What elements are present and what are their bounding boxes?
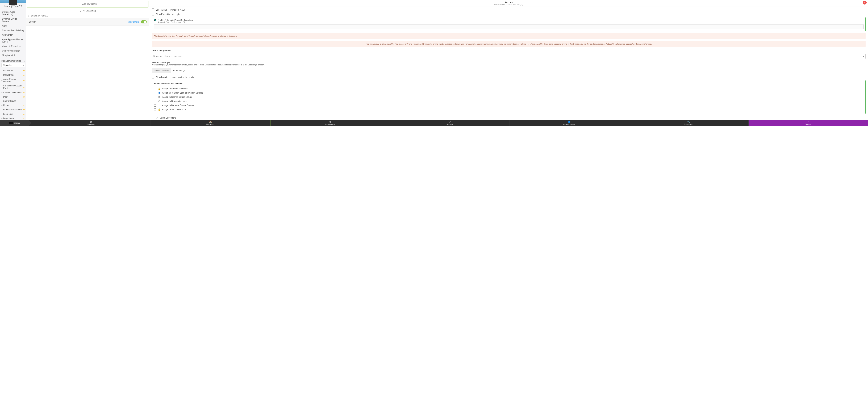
nav-item-dashboard[interactable]: 🗑Dashboard: [31, 120, 151, 126]
captive-login-checkbox[interactable]: [152, 13, 154, 15]
add-new-profile-button[interactable]: ＋ Add new profile: [27, 1, 148, 7]
star-icon[interactable]: ★: [23, 108, 25, 111]
star-icon[interactable]: ★: [23, 95, 25, 98]
assign-row[interactable]: 🔒Assign to Security Groups: [154, 107, 863, 112]
profile-assignment-select[interactable]: Select specific users or devices ▾: [152, 54, 866, 59]
enable-auto-label: Enable Automatic Proxy Configuration: [158, 19, 193, 21]
mgmt-profile-label: Apple Remote Desktop: [3, 78, 23, 83]
assign-row[interactable]: ▢Assign to Devices in Limbo: [154, 99, 863, 103]
enable-auto-checkbox-row[interactable]: Enable Automatic Proxy Configuration: [154, 19, 864, 21]
nav-os-label: macOS: [14, 122, 20, 124]
plus-icon: +: [1, 117, 2, 119]
mgmt-profile-label: Dock: [3, 96, 8, 98]
bottom-nav: macOS▼ 🗑Dashboard🏫My School⚙Management🛡S…: [0, 120, 868, 126]
detail-title: Proxies: [149, 1, 868, 4]
mgmt-profile-item[interactable]: +Dock★: [0, 95, 26, 99]
allow-leaders-checkbox[interactable]: [152, 76, 154, 78]
mgmt-profile-item[interactable]: +Certificates / Custom Profiles★: [0, 84, 26, 90]
mgmt-profile-label: Install PKG: [3, 74, 13, 76]
nav-item-preferences[interactable]: 🔧Preferences: [629, 120, 748, 126]
assign-row[interactable]: 🔒Assign to Student's devices: [154, 87, 863, 91]
mgmt-profile-item[interactable]: +Apple Remote Desktop★: [0, 77, 26, 84]
nav-item-security[interactable]: 🛡Security: [390, 120, 509, 126]
sidebar-link[interactable]: Absent & Exceptions: [0, 44, 26, 49]
plus-icon: +: [1, 109, 2, 111]
captive-login-label: Allow Proxy Captive Login: [156, 13, 180, 15]
assign-checkbox[interactable]: [154, 104, 156, 106]
sidebar-link[interactable]: Devices (Bulk Operations): [0, 10, 26, 17]
star-icon[interactable]: ★: [23, 79, 25, 82]
mgmt-profile-item[interactable]: Energy Saver: [0, 99, 26, 103]
assign-type-icon: 🔒: [158, 108, 160, 111]
nav-os-selector[interactable]: macOS▼: [0, 120, 31, 126]
nav-icon: 🗑: [90, 121, 92, 123]
profile-list-row[interactable]: Securly View details: [26, 18, 149, 26]
assign-checkbox[interactable]: [154, 88, 156, 90]
nav-icon: 👥: [568, 121, 570, 123]
all-locations-filter[interactable]: All Location(s): [26, 8, 149, 13]
auto-config-url-label: Automatic Proxy Configuration URL: [158, 21, 864, 23]
sidebar-link[interactable]: Alerts: [0, 24, 26, 28]
sidebar-link[interactable]: App Center: [0, 33, 26, 37]
search-input[interactable]: [31, 14, 147, 17]
nav-item-support[interactable]: ✦Support: [749, 120, 868, 126]
allow-leaders-checkbox-row[interactable]: Allow Location Leaders to view this prof…: [152, 76, 866, 78]
all-locations-label: All Location(s): [83, 9, 96, 12]
profile-filter-dropdown[interactable]: All profiles ▾: [1, 63, 25, 67]
exclusive-profile-callout: This profile is an exclusive profile. Th…: [152, 41, 866, 47]
star-icon[interactable]: ★: [23, 104, 25, 106]
assign-row[interactable]: ▥Assign to Shared Device Groups: [154, 95, 863, 99]
close-button[interactable]: ✕: [863, 1, 867, 4]
plus-icon: +: [1, 86, 2, 88]
nav-item-my-school[interactable]: 🏫My School: [151, 120, 270, 126]
sidebar-link[interactable]: User Authentication: [0, 49, 26, 53]
sidebar: Manage macOS Devices (Bulk Operations)Dy…: [0, 0, 26, 120]
assign-row[interactable]: ⋮⋮Assign to Dynamic Device Groups: [154, 103, 863, 107]
nav-item-class-manager[interactable]: 👥Class Manager: [509, 120, 629, 126]
sidebar-link[interactable]: Commands Activity Log: [0, 28, 26, 33]
assign-checkbox[interactable]: [154, 96, 156, 98]
nav-label: Management: [325, 123, 335, 125]
mgmt-profile-label: Install App: [3, 69, 13, 72]
sidebar-link[interactable]: Mosyle Auth 2: [0, 53, 26, 58]
sidebar-link[interactable]: Apple Apps and Books (VPP): [0, 37, 26, 44]
select-locations-button[interactable]: Select locations: [152, 68, 171, 73]
captive-login-checkbox-row[interactable]: Allow Proxy Captive Login: [152, 13, 866, 15]
assign-label: Assign to Shared Device Groups: [162, 96, 192, 98]
star-icon[interactable]: ★: [23, 117, 25, 120]
plus-icon: +: [1, 104, 2, 106]
chevron-down-icon: ▾: [23, 64, 24, 66]
assign-checkbox[interactable]: [154, 108, 156, 111]
mgmt-profile-item[interactable]: +Local User★: [0, 112, 26, 116]
passive-ftp-checkbox[interactable]: [152, 8, 154, 11]
assign-row[interactable]: 👤Assign to Teacher, Staff, and Admin Dev…: [154, 91, 863, 95]
mgmt-profile-item[interactable]: +Install App★: [0, 68, 26, 73]
mgmt-profile-item[interactable]: +Custom Commands★: [0, 90, 26, 95]
profile-filter-label: All profiles: [3, 64, 12, 66]
nav-label: My School: [207, 123, 215, 125]
mgmt-profile-label: Certificates / Custom Profiles: [3, 85, 23, 89]
assign-checkbox[interactable]: [154, 100, 156, 102]
view-details-link[interactable]: View details: [128, 21, 139, 23]
passive-ftp-checkbox-row[interactable]: Use Passive FTP Mode (PASV): [152, 8, 866, 11]
select-exceptions-checkbox[interactable]: [152, 117, 154, 119]
profile-list-panel: ＋ Add new profile All Location(s) ⌕ Secu…: [26, 0, 149, 120]
star-icon[interactable]: ★: [23, 86, 25, 88]
enable-auto-checkbox[interactable]: [154, 19, 156, 21]
star-icon[interactable]: ★: [23, 91, 25, 94]
nav-item-management[interactable]: ⚙Management: [270, 120, 390, 126]
star-icon[interactable]: ★: [23, 73, 25, 76]
mgmt-profile-item[interactable]: +Login Items★: [0, 116, 26, 121]
mgmt-profile-item[interactable]: +Install PKG★: [0, 73, 26, 77]
star-icon[interactable]: ★: [23, 113, 25, 115]
assign-checkbox[interactable]: [154, 92, 156, 94]
mgmt-profile-item[interactable]: +Finder★: [0, 103, 26, 107]
sidebar-link[interactable]: Dynamic Device Groups: [0, 17, 26, 24]
select-exceptions-row[interactable]: ⛉ Select Exceptions: [152, 116, 866, 120]
profile-enabled-toggle[interactable]: [141, 20, 147, 24]
auto-config-url-input[interactable]: [154, 24, 864, 29]
star-icon[interactable]: ★: [23, 69, 25, 72]
management-profiles-heading: Management Profiles ⌕: [0, 58, 26, 63]
mgmt-profile-item[interactable]: +Firmware Password★: [0, 107, 26, 112]
search-icon[interactable]: ⌕: [24, 60, 25, 62]
